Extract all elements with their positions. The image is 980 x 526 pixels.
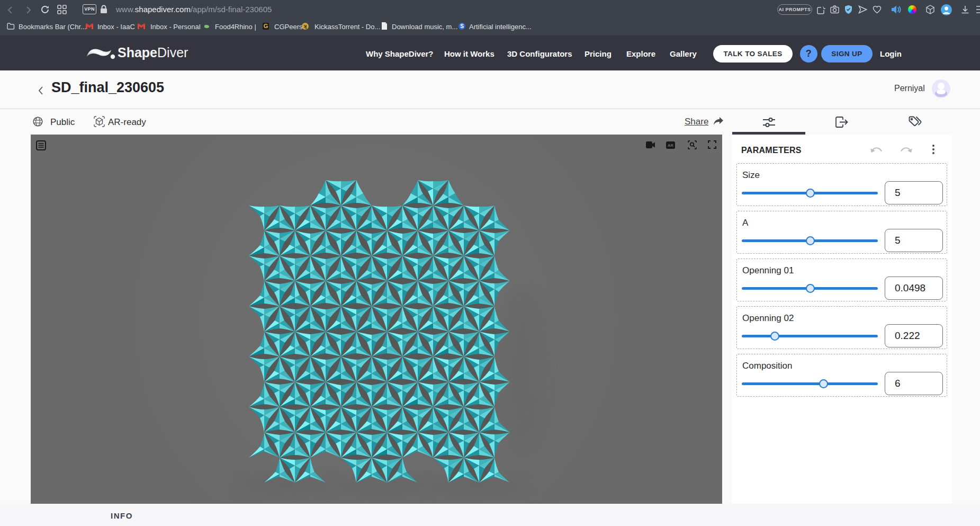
svg-text:AR: AR (668, 143, 673, 148)
